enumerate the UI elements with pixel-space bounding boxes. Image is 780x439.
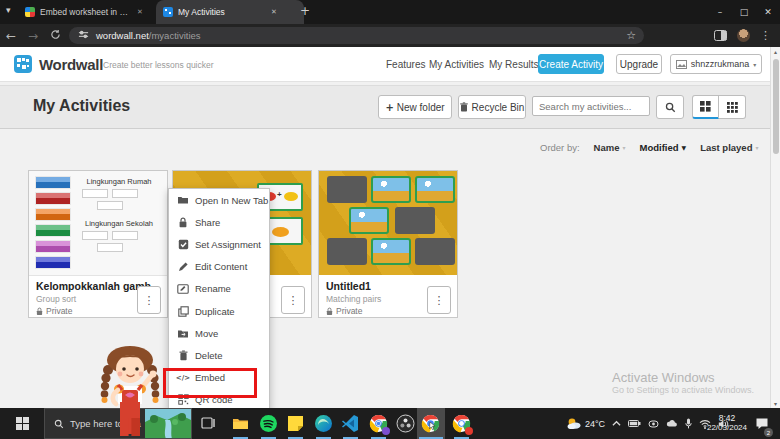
view-toggle-large-grid[interactable] [692,95,719,119]
recycle-bin-label: Recycle Bin [472,102,525,113]
window-minimize-icon[interactable]: – [708,7,732,17]
menu-item-open-in-new-tab[interactable]: Open In New Tab [169,189,269,211]
card-menu-kebab[interactable]: ⋮ [427,286,451,314]
tab-title: Embed worksheet in your own [40,7,132,17]
order-by-row: Order by: Name▾ Modified▼ Last played▾ [540,142,758,153]
site-header: Wordwall Create better lessons quicker F… [0,47,780,82]
menu-item-edit-content[interactable]: Edit Content [169,256,269,278]
sidebar-toggle-icon[interactable] [714,27,727,45]
menu-item-share[interactable]: Share [169,211,269,233]
new-folder-label: New folder [397,102,445,113]
view-toggle-small-grid[interactable] [719,95,746,119]
tray-date: 22/03/2024 [703,423,751,432]
small-grid-icon [727,102,738,113]
edge-icon[interactable] [314,414,333,433]
task-view-button[interactable] [200,415,216,435]
recycle-bin-button[interactable]: Recycle Bin [458,95,526,119]
tab-search-chevron-icon[interactable]: ▾ [6,5,11,15]
weather-widget[interactable]: 24°C [566,408,605,439]
window-close-icon[interactable]: ✕ [756,7,780,17]
create-activity-button[interactable]: Create Activity [538,54,604,74]
sticky-notes-icon[interactable] [286,414,305,433]
nav-features[interactable]: Features [386,59,425,70]
new-folder-button[interactable]: + New folder [378,95,452,119]
group-label: Lingkungan Sekolah [73,219,165,228]
clock-widget[interactable]: 8:42 22/03/2024 [703,413,751,432]
activity-card-matching-pairs[interactable]: Untitled1 Matching pairs Private ⋮ [318,170,458,318]
notification-center-button[interactable]: 2 [755,416,769,434]
menu-item-duplicate[interactable]: Duplicate [169,300,269,322]
browser-menu-kebab-icon[interactable]: ⋮ [760,29,771,42]
menu-item-rename[interactable]: Rename [169,278,269,300]
scrollbar-thumb[interactable] [773,59,779,154]
reload-icon[interactable] [44,29,66,43]
username: shnzzrukmana [691,59,750,69]
card-menu-kebab[interactable]: ⋮ [137,286,161,314]
new-tab-icon[interactable]: + [300,4,310,18]
menu-item-move[interactable]: Move [169,322,269,344]
chrome-active-icon[interactable] [421,414,440,433]
chrome-icon[interactable] [369,414,388,433]
profile-avatar[interactable] [737,29,750,42]
search-icon [665,102,676,113]
wordwall-favicon [25,7,35,17]
tab-close-icon[interactable]: ✕ [271,8,277,16]
nav-my-results[interactable]: My Results [489,59,538,70]
url-path: /myactivities [149,30,201,41]
tray-expand-icon[interactable] [612,419,621,428]
window-maximize-icon[interactable]: □ [732,7,756,17]
scroll-up-icon[interactable]: ▴ [771,47,780,56]
browser-tab-inactive[interactable]: Embed worksheet in your own ✕ [18,0,167,24]
search-input[interactable] [532,96,650,116]
checkbox-icon [177,239,189,251]
tagline: Create better lessons quicker [103,60,214,70]
cloud-icon[interactable] [666,419,678,428]
card-menu-kebab[interactable]: ⋮ [281,286,305,314]
forward-icon[interactable]: → [22,29,44,43]
order-by-name[interactable]: Name▾ [594,142,626,153]
user-menu[interactable]: shnzzrukmana ▾ [670,54,762,74]
menu-item-label: Rename [195,283,231,294]
menu-item-label: Set Assignment [195,239,261,250]
chrome-profile2-icon[interactable] [452,414,471,433]
search-button[interactable] [656,95,684,119]
page-title-bar: My Activities + New folder Recycle Bin [0,85,780,129]
obs-icon[interactable] [396,414,415,433]
window-controls: – □ ✕ [708,0,780,24]
order-last-played-label: Last played [700,142,752,153]
order-by-modified[interactable]: Modified▼ [640,142,687,153]
order-by-last-played[interactable]: Last played▾ [700,142,758,153]
file-explorer-icon[interactable] [231,414,250,433]
nav-my-activities[interactable]: My Activities [429,59,484,70]
cartoon-girl-sticker [96,344,202,439]
url-bar[interactable]: wordwall.net /myactivities ☆ [69,27,644,44]
lock-icon [36,307,43,316]
menu-item-set-assignment[interactable]: Set Assignment [169,233,269,255]
activity-card-group-sort[interactable]: Lingkungan Rumah Lingkungan Sekolah Kelo… [28,170,168,318]
scroll-down-icon[interactable]: ▾ [771,399,780,408]
activity-thumbnail: Lingkungan Rumah Lingkungan Sekolah [29,171,167,276]
notification-badge: 2 [764,428,773,437]
caret-down-icon: ▼ [682,144,687,151]
wordwall-logo[interactable]: Wordwall [14,55,103,73]
activate-windows-watermark: Activate Windows Go to Settings to activ… [612,370,754,395]
start-button[interactable] [0,408,44,439]
snip-icon[interactable] [648,419,659,429]
folder-open-icon [177,194,189,206]
bookmark-star-icon[interactable]: ☆ [626,29,636,42]
url-host: wordwall.net [96,30,149,41]
microphone-icon[interactable] [685,418,692,429]
site-settings-icon[interactable] [78,29,89,42]
spotify-icon[interactable] [259,414,278,433]
tab-close-icon[interactable]: ✕ [137,8,143,16]
upgrade-button[interactable]: Upgrade [616,54,662,74]
user-photo-icon [676,60,687,69]
trash-icon [460,102,468,112]
back-icon[interactable]: ← [0,29,22,43]
battery-icon[interactable] [628,419,641,428]
watermark-line1: Activate Windows [612,370,754,385]
menu-item-label: Duplicate [195,306,235,317]
page-scrollbar[interactable]: ▴ ▾ [770,47,780,408]
vscode-icon[interactable] [341,414,360,433]
browser-tab-active[interactable]: My Activities ✕ [156,0,304,24]
